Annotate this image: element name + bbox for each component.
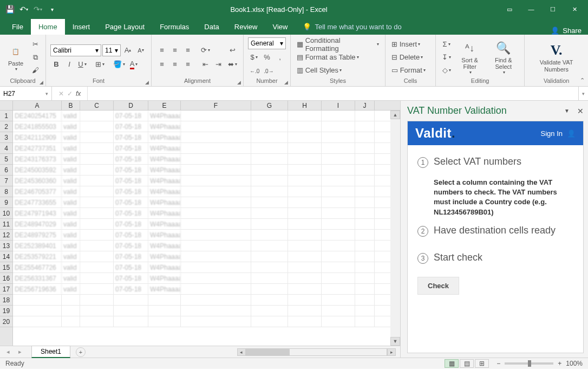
cell[interactable] — [80, 316, 114, 327]
cell[interactable] — [251, 241, 288, 251]
check-button[interactable]: Check — [417, 277, 459, 295]
col-header-j[interactable]: J — [355, 101, 375, 110]
row-header[interactable]: 3 — [0, 132, 12, 143]
cell[interactable]: 07-05-18 — [114, 284, 148, 294]
name-box[interactable]: H27▾ — [0, 87, 52, 100]
cell[interactable]: 07-05-18 — [114, 230, 148, 240]
cell[interactable] — [181, 197, 251, 207]
format-painter-button[interactable]: 🖌 — [29, 64, 41, 76]
cell[interactable] — [148, 316, 181, 327]
cell[interactable]: DE256719636 — [13, 284, 62, 294]
row-header[interactable]: 6 — [0, 165, 12, 176]
cell[interactable] — [355, 111, 375, 121]
col-header-f[interactable]: F — [181, 101, 251, 110]
row-header[interactable]: 1 — [0, 111, 12, 121]
cell[interactable] — [181, 262, 251, 272]
maximize-icon[interactable]: ☐ — [543, 3, 563, 16]
font-launcher-icon[interactable]: ◢ — [145, 80, 149, 85]
enter-formula-icon[interactable]: ✓ — [67, 90, 73, 98]
cell[interactable] — [251, 316, 288, 327]
cell[interactable] — [80, 273, 114, 283]
cell[interactable] — [322, 295, 355, 305]
clear-button[interactable]: ◇▾ — [440, 64, 453, 76]
zoom-slider[interactable] — [505, 362, 553, 365]
cell[interactable] — [322, 230, 355, 240]
cell[interactable]: valid — [62, 284, 80, 294]
cell[interactable] — [251, 230, 288, 240]
cell[interactable] — [322, 132, 355, 142]
cell[interactable] — [114, 306, 148, 316]
cell[interactable] — [80, 284, 114, 294]
cell[interactable] — [114, 295, 148, 305]
new-sheet-button[interactable]: + — [76, 347, 86, 357]
cell[interactable] — [355, 208, 375, 218]
cell[interactable] — [251, 165, 288, 175]
bottom-align-button[interactable]: ≡ — [182, 44, 194, 56]
cell[interactable]: W4PhaaaaWM0Qp-4J — [148, 132, 181, 142]
cell[interactable]: DE245360360 — [13, 176, 62, 186]
cell[interactable] — [80, 251, 114, 262]
cell[interactable] — [251, 251, 288, 262]
row-header[interactable]: 18 — [0, 295, 12, 306]
cell[interactable] — [288, 230, 322, 240]
tab-home[interactable]: Home — [31, 19, 65, 35]
row-header[interactable]: 17 — [0, 284, 12, 295]
cell[interactable] — [148, 295, 181, 305]
row-header[interactable]: 5 — [0, 154, 12, 165]
cell[interactable] — [80, 143, 114, 153]
align-right-button[interactable]: ≡ — [182, 59, 194, 70]
row-header[interactable]: 15 — [0, 262, 12, 273]
collapse-ribbon-icon[interactable]: ⌃ — [580, 77, 585, 84]
conditional-formatting-button[interactable]: ▦ Conditional Formatting▾ — [295, 38, 381, 50]
row-header[interactable]: 2 — [0, 121, 12, 132]
row-header[interactable]: 9 — [0, 197, 12, 208]
cell[interactable] — [288, 241, 322, 251]
cell[interactable] — [181, 186, 251, 197]
table-row[interactable]: DE248947029valid07-05-18W4PhaaaaWM0Rar1J… — [13, 219, 390, 230]
undo-icon[interactable]: ↶▾ — [17, 3, 30, 16]
cell[interactable]: DE253579221 — [13, 251, 62, 262]
row-header[interactable]: 20 — [0, 316, 12, 327]
vertical-scrollbar[interactable]: ▲ ▼ — [390, 111, 400, 346]
cell[interactable] — [322, 251, 355, 262]
save-icon[interactable]: 💾 — [3, 3, 16, 16]
cell[interactable] — [251, 284, 288, 294]
cell-styles-button[interactable]: ▥ Cell Styles▾ — [295, 64, 381, 76]
page-layout-view-button[interactable]: ▤ — [460, 359, 474, 368]
validate-vat-button[interactable]: V. Validate VAT Numbers — [529, 39, 584, 75]
close-icon[interactable]: ✕ — [564, 3, 585, 16]
cell[interactable] — [181, 230, 251, 240]
grow-font-button[interactable]: A▴ — [122, 44, 134, 56]
formula-expand-icon[interactable]: ▾ — [578, 87, 588, 100]
cell[interactable]: valid — [62, 197, 80, 207]
cell[interactable] — [80, 176, 114, 186]
cell[interactable] — [251, 154, 288, 164]
cell[interactable] — [322, 186, 355, 197]
cell[interactable] — [181, 316, 251, 327]
cell[interactable] — [288, 251, 322, 262]
share-button[interactable]: 👤 Share — [551, 27, 582, 35]
cell[interactable]: 07-05-18 — [114, 176, 148, 186]
row-header[interactable]: 14 — [0, 251, 12, 262]
increase-indent-button[interactable]: ⇥ — [212, 59, 224, 70]
cell[interactable] — [181, 154, 251, 164]
align-left-button[interactable]: ≡ — [156, 59, 168, 70]
cell[interactable] — [355, 219, 375, 229]
cell[interactable]: valid — [62, 121, 80, 132]
orientation-button[interactable]: ⟳▾ — [199, 44, 212, 56]
cell[interactable]: DE240254175 — [13, 111, 62, 121]
cell[interactable]: W4PhaaaaWM0RxDp — [148, 241, 181, 251]
cell[interactable]: 07-05-18 — [114, 121, 148, 132]
cell[interactable]: valid — [62, 241, 80, 251]
cell[interactable] — [355, 154, 375, 164]
cell[interactable] — [251, 197, 288, 207]
copy-button[interactable]: ⧉ — [29, 51, 41, 63]
cell[interactable] — [251, 306, 288, 316]
wrap-text-button[interactable]: ↩ — [226, 44, 239, 56]
col-header-i[interactable]: I — [322, 101, 355, 110]
cell[interactable] — [355, 121, 375, 132]
cell[interactable] — [322, 143, 355, 153]
cell[interactable] — [251, 111, 288, 121]
table-row[interactable]: DE252389401valid07-05-18W4PhaaaaWM0RxDp — [13, 241, 390, 251]
cell[interactable] — [13, 295, 62, 305]
